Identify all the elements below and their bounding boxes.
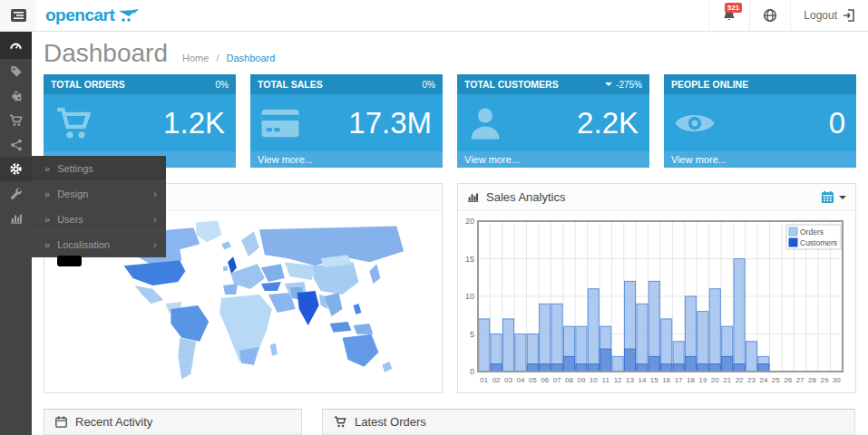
tile-total-customers: TOTAL CUSTOMERS -275% 2.2K View more...	[457, 74, 649, 168]
svg-text:20: 20	[465, 217, 474, 226]
cart-icon	[334, 416, 346, 428]
system-submenu: » Settings » Design › » Users › » Locali…	[32, 156, 166, 257]
submenu-item-label: Settings	[57, 163, 93, 174]
panel-title: Recent Activity	[75, 415, 152, 429]
menu-toggle-icon	[11, 9, 26, 22]
breadcrumb-current[interactable]: Dashboard	[227, 53, 276, 63]
opencart-logo[interactable]: opencart	[36, 0, 140, 31]
sidebar-item-reports[interactable]	[0, 206, 32, 230]
panel-title: Sales Analytics	[486, 190, 565, 204]
svg-text:27: 27	[796, 376, 805, 384]
map-country	[241, 231, 259, 256]
svg-text:06: 06	[541, 376, 549, 384]
tile-value: 17.3M	[348, 106, 432, 140]
credit-card-icon	[259, 107, 301, 140]
svg-text:5: 5	[470, 330, 474, 339]
panel-title: Latest Orders	[355, 415, 426, 429]
tile-value: 2.2K	[577, 106, 639, 140]
sidebar	[0, 32, 32, 435]
extensions-icon	[10, 90, 23, 102]
map-country	[261, 264, 285, 282]
sidebar-item-extensions[interactable]	[0, 83, 32, 108]
submenu-item-users[interactable]: » Users ›	[32, 207, 166, 232]
svg-text:17: 17	[675, 376, 683, 384]
tag-icon	[10, 65, 23, 78]
svg-text:11: 11	[602, 376, 610, 384]
tile-change: -275%	[616, 80, 642, 90]
map-country	[261, 282, 281, 291]
chevron-right-icon: ›	[153, 238, 157, 251]
map-country	[221, 241, 231, 249]
caret-down-icon	[605, 82, 612, 86]
angle-double-right-icon: »	[44, 214, 50, 225]
user-icon	[466, 105, 504, 141]
logout-button[interactable]: Logout	[790, 0, 868, 31]
map-country-brazil	[171, 305, 209, 342]
submenu-item-label: Localisation	[57, 239, 110, 250]
view-more-link[interactable]: View more...	[457, 151, 649, 168]
svg-text:28: 28	[808, 376, 816, 384]
page-title: Dashboard	[44, 39, 168, 68]
map-country	[223, 284, 238, 295]
svg-text:20: 20	[711, 376, 719, 384]
svg-text:0: 0	[470, 367, 474, 376]
bar-chart-icon	[467, 191, 479, 203]
map-country-australia	[343, 334, 379, 367]
logo-text: opencart	[45, 5, 114, 25]
svg-text:Customers: Customers	[800, 238, 837, 247]
submenu-item-label: Users	[57, 214, 83, 225]
submenu-item-design[interactable]: » Design ›	[32, 181, 166, 207]
caret-down-icon	[839, 196, 846, 199]
cart-icon	[9, 114, 23, 127]
svg-text:12: 12	[614, 376, 622, 384]
sales-analytics-chart[interactable]: 0510152001020304050607080910111213141516…	[463, 216, 848, 388]
view-more-link[interactable]: View more...	[250, 151, 443, 168]
breadcrumb-home[interactable]: Home	[182, 53, 209, 63]
svg-text:10: 10	[590, 376, 598, 384]
menu-toggle-button[interactable]	[0, 0, 36, 31]
svg-text:30: 30	[833, 376, 841, 384]
svg-text:24: 24	[759, 376, 767, 384]
sidebar-item-system[interactable]	[0, 157, 32, 181]
map-country-india	[297, 291, 319, 325]
breadcrumb-separator: /	[216, 53, 219, 63]
logout-label: Logout	[804, 9, 837, 22]
tile-change: 0%	[423, 80, 435, 90]
svg-text:19: 19	[698, 376, 707, 384]
svg-text:25: 25	[772, 376, 780, 384]
wrench-icon	[10, 188, 23, 200]
svg-text:29: 29	[820, 376, 828, 384]
date-range-button[interactable]	[821, 190, 846, 204]
view-more-link[interactable]: View more...	[664, 151, 856, 168]
language-button[interactable]	[749, 0, 790, 31]
svg-text:05: 05	[529, 376, 537, 384]
map-country	[314, 262, 359, 295]
svg-text:02: 02	[493, 376, 501, 384]
bottom-panels: Recent Activity Latest Orders	[32, 409, 868, 435]
sidebar-item-catalog[interactable]	[0, 59, 32, 83]
sales-analytics-header: Sales Analytics	[458, 184, 855, 211]
map-country	[353, 304, 361, 314]
sidebar-item-dashboard[interactable]	[0, 32, 32, 59]
submenu-item-localisation[interactable]: » Localisation ›	[32, 232, 166, 257]
map-country	[223, 266, 228, 271]
logout-icon	[843, 9, 855, 22]
notifications-button[interactable]: 521	[708, 0, 749, 31]
svg-text:14: 14	[638, 376, 646, 384]
svg-text:26: 26	[784, 376, 792, 384]
cart-icon	[53, 106, 94, 140]
svg-text:03: 03	[504, 376, 512, 384]
angle-double-right-icon: »	[44, 163, 50, 174]
top-header: opencart 521 Logout	[0, 0, 868, 32]
chevron-right-icon: ›	[153, 213, 157, 226]
sales-analytics-panel: Sales Analytics 051015200102030405060708…	[457, 183, 856, 393]
sidebar-item-sales[interactable]	[0, 108, 32, 132]
sidebar-item-tools[interactable]	[0, 181, 32, 206]
svg-text:15: 15	[465, 255, 474, 264]
globe-icon	[763, 8, 777, 23]
recent-activity-panel: Recent Activity	[44, 409, 302, 435]
eye-icon	[673, 108, 717, 139]
svg-text:01: 01	[480, 376, 488, 384]
submenu-item-settings[interactable]: » Settings	[32, 156, 166, 181]
sidebar-item-marketing[interactable]	[0, 132, 32, 157]
